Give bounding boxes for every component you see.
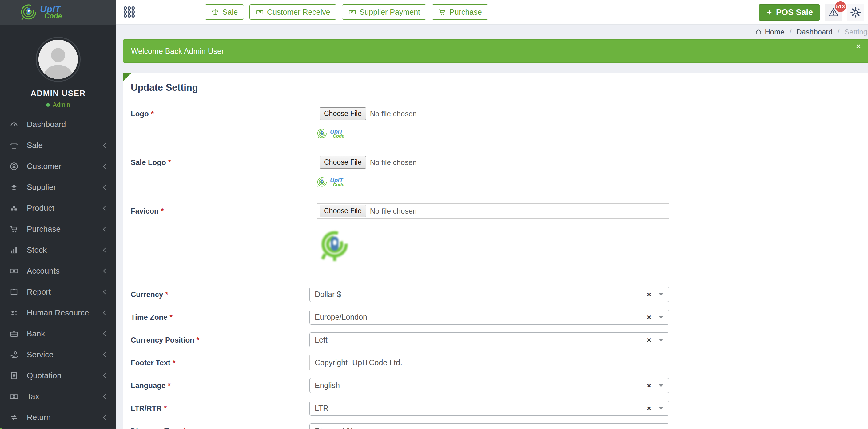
clear-selection-icon[interactable]: ×: [647, 290, 651, 299]
choose-file-button[interactable]: Choose File: [319, 107, 366, 120]
welcome-message: Welcome Back Admin User: [131, 47, 224, 56]
required-asterisk: *: [170, 313, 173, 321]
sidebar-item-tax[interactable]: Tax: [0, 386, 116, 407]
clear-selection-icon[interactable]: ×: [647, 427, 651, 429]
choose-file-button[interactable]: Choose File: [319, 205, 366, 217]
exchange-icon: [9, 413, 19, 422]
home-icon: [755, 28, 762, 36]
ltr-rtr-select[interactable]: LTR ×: [309, 401, 669, 416]
pos-sale-button[interactable]: POS Sale: [758, 4, 820, 21]
chevron-left-icon: [103, 164, 108, 169]
page-title: Update Setting: [123, 73, 868, 93]
sidebar-item-return[interactable]: Return: [0, 407, 116, 428]
sidebar-item-human-resource[interactable]: Human Resource: [0, 302, 116, 323]
quick-sale-button[interactable]: Sale: [205, 4, 244, 20]
breadcrumb: Home / Dashboard / Settings: [116, 25, 868, 39]
breadcrumb-separator: /: [789, 28, 792, 36]
plus-icon: [766, 9, 773, 16]
chevron-left-icon: [103, 310, 108, 315]
clear-selection-icon[interactable]: ×: [647, 381, 651, 390]
required-asterisk: *: [161, 207, 164, 215]
language-select[interactable]: English ×: [309, 378, 669, 393]
chevron-left-icon: [103, 352, 108, 357]
currency-position-select[interactable]: Left ×: [309, 332, 669, 347]
logo-preview-image: UpIT Code: [316, 128, 669, 139]
form-row-discount-type: Discount Type* Discount % ×: [123, 424, 868, 429]
dropdown-caret-icon: [658, 339, 663, 341]
sale-logo-file-input[interactable]: Choose File No file chosen: [316, 155, 669, 170]
field-label: Time Zone*: [123, 310, 309, 325]
sidebar-item-service[interactable]: Service: [0, 344, 116, 365]
chevron-left-icon: [103, 143, 108, 148]
sidebar-item-accounts[interactable]: Accounts: [0, 260, 116, 281]
choose-file-button[interactable]: Choose File: [319, 156, 366, 169]
discount-type-select[interactable]: Discount % ×: [309, 424, 669, 429]
favicon-file-input[interactable]: Choose File No file chosen: [316, 203, 669, 219]
online-status-dot: [46, 103, 50, 107]
chevron-left-icon: [103, 227, 108, 231]
footer-text-input[interactable]: [309, 355, 669, 370]
chevron-left-icon: [103, 394, 108, 399]
field-label: Sale Logo*: [123, 155, 309, 196]
sidebar-menu: Dashboard Sale Customer Supplier Product…: [0, 114, 116, 429]
sidebar-item-purchase[interactable]: Purchase: [0, 219, 116, 239]
dropdown-caret-icon: [658, 407, 663, 410]
field-label: Footer Text*: [123, 355, 309, 370]
field-label: Logo*: [123, 106, 309, 147]
chevron-left-icon: [103, 248, 108, 252]
clear-selection-icon[interactable]: ×: [647, 336, 651, 344]
breadcrumb-separator: /: [838, 28, 840, 36]
sidebar-item-customer[interactable]: Customer: [0, 156, 116, 177]
notification-badge: 513: [835, 1, 846, 12]
alerts-button[interactable]: 513: [825, 4, 842, 21]
sidebar-item-quotation[interactable]: Quotation: [0, 365, 116, 386]
sidebar-item-dashboard[interactable]: Dashboard: [0, 114, 116, 135]
settings-gear-button[interactable]: [847, 4, 864, 21]
scales-icon: [9, 141, 19, 150]
gauge-icon: [9, 120, 19, 129]
chevron-left-icon: [103, 206, 108, 210]
form-row-sale-logo: Sale Logo* Choose File No file chosen Up…: [123, 155, 868, 196]
close-icon[interactable]: ×: [856, 41, 861, 51]
breadcrumb-dashboard[interactable]: Dashboard: [796, 28, 832, 36]
form-row-favicon: Favicon* Choose File No file chosen: [123, 203, 868, 279]
briefcase-icon: [9, 329, 19, 339]
time-zone-select[interactable]: Europe/London ×: [309, 310, 669, 325]
panel-corner-decoration: [123, 73, 131, 81]
quick-customer-receive-button[interactable]: Customer Receive: [249, 4, 337, 20]
required-asterisk: *: [167, 381, 170, 390]
clear-selection-icon[interactable]: ×: [647, 404, 651, 413]
update-setting-panel: Update Setting Logo* Choose File No file…: [123, 73, 868, 429]
field-label: Discount Type*: [123, 424, 309, 429]
quick-supplier-payment-button[interactable]: Supplier Payment: [342, 4, 426, 20]
sidebar-item-report[interactable]: Report: [0, 281, 116, 302]
sidebar-item-bank[interactable]: Bank: [0, 323, 116, 344]
cubes-icon: [9, 203, 19, 213]
apps-grid-icon[interactable]: [122, 5, 136, 20]
brand-logo[interactable]: UpIT Code: [0, 0, 116, 25]
breadcrumb-home[interactable]: Home: [755, 28, 784, 36]
bar-chart-icon: [9, 245, 19, 255]
logo-file-input[interactable]: Choose File No file chosen: [316, 106, 669, 121]
form-row-currency-position: Currency Position* Left ×: [123, 332, 868, 347]
sidebar-item-supplier[interactable]: Supplier: [0, 177, 116, 198]
selected-value: English: [315, 381, 340, 390]
field-label: Currency Position*: [123, 332, 309, 347]
chevron-left-icon: [103, 184, 108, 190]
journal-icon: [9, 371, 19, 380]
required-asterisk: *: [196, 336, 199, 344]
sidebar-item-settings[interactable]: Settings: [0, 428, 116, 429]
breadcrumb-current: Settings: [844, 28, 868, 36]
form-row-ltr-rtr: LTR/RTR* LTR ×: [123, 401, 868, 416]
currency-select[interactable]: Dollar $ ×: [309, 287, 669, 302]
book-icon: [9, 287, 19, 297]
quick-purchase-button[interactable]: Purchase: [432, 4, 488, 20]
sidebar-item-product[interactable]: Product: [0, 198, 116, 219]
clear-selection-icon[interactable]: ×: [647, 313, 651, 322]
sidebar-item-sale[interactable]: Sale: [0, 135, 116, 156]
required-asterisk: *: [164, 404, 167, 412]
field-label: Language*: [123, 378, 309, 393]
no-file-text: No file chosen: [370, 110, 417, 118]
chevron-left-icon: [103, 373, 108, 378]
sidebar-item-stock[interactable]: Stock: [0, 239, 116, 260]
